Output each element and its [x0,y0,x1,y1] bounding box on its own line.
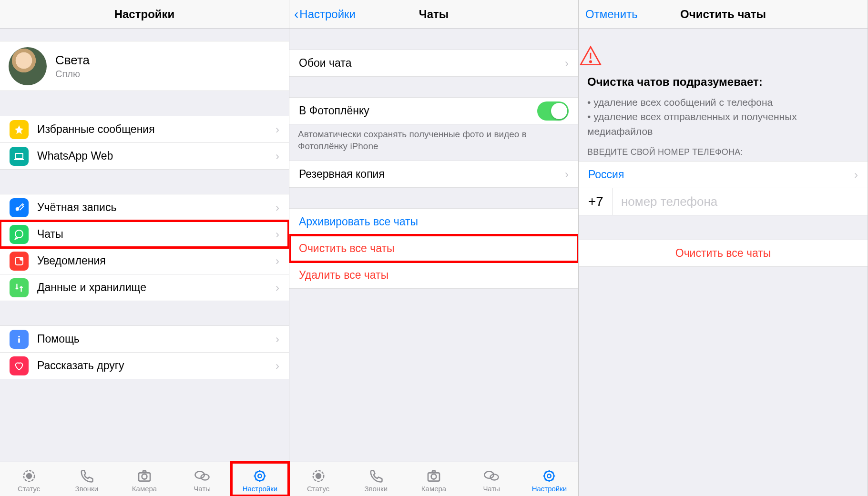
tab-settings[interactable]: Настройки [231,462,289,496]
tab-camera[interactable]: Камера [115,462,173,496]
status-icon [311,468,326,484]
label: Данные и хранилище [37,281,276,294]
label: Чаты [37,228,276,241]
label: Избранные сообщения [37,123,276,136]
country-row[interactable]: Россия › [579,161,868,188]
label: Уведомления [37,254,276,267]
country-label: Россия [588,168,854,181]
account-row[interactable]: Учётная запись › [0,194,289,221]
avatar [9,47,47,85]
svg-rect-7 [18,338,20,343]
label: Удалить все чаты [299,269,569,282]
phone-icon [80,468,94,484]
back-button[interactable]: ‹ Настройки [294,7,356,22]
warning-icon [579,29,868,75]
cancel-button[interactable]: Отменить [585,8,638,21]
chevron-right-icon: › [276,359,279,373]
label: Помощь [37,333,276,345]
tab-camera[interactable]: Камера [405,462,462,496]
svg-point-11 [142,474,147,479]
svg-point-9 [27,474,31,478]
chevron-right-icon: › [276,201,279,214]
tab-chats[interactable]: Чаты [463,462,521,496]
tab-status[interactable]: Статус [289,462,347,496]
archive-all-chats-row[interactable]: Архивировать все чаты [289,208,578,235]
star-icon [10,120,29,139]
data-storage-row[interactable]: Данные и хранилище › [0,274,289,301]
page-title: Чаты [419,8,449,21]
label: Очистить все чаты [675,247,771,260]
starred-messages-row[interactable]: Избранные сообщения › [0,116,289,143]
content: Света Сплю Избранные сообщения › WhatsAp… [0,29,289,496]
whatsapp-web-row[interactable]: WhatsApp Web › [0,142,289,170]
laptop-icon [10,147,29,166]
chevron-right-icon: › [854,168,858,182]
svg-point-5 [20,257,23,260]
header: ‹ Настройки Чаты [289,0,578,29]
chevron-left-icon: ‹ [294,7,298,22]
svg-point-25 [590,61,591,62]
chats-icon [194,468,210,484]
chevron-right-icon: › [276,123,279,136]
header: Отменить Очистить чаты [579,0,868,29]
label: Резервная копия [299,168,565,181]
chat-wallpaper-row[interactable]: Обои чата › [289,50,578,77]
save-camera-roll-row[interactable]: В Фотоплёнку [289,97,578,124]
chevron-right-icon: › [276,281,279,294]
label: В Фотоплёнку [299,104,537,117]
section-header: ВВЕДИТЕ СВОЙ НОМЕР ТЕЛЕФОНА: [579,139,868,161]
settings-screen: Настройки Света Сплю Избранные сообщения… [0,0,289,496]
svg-point-21 [490,474,499,480]
notifications-row[interactable]: Уведомления › [0,247,289,274]
clear-heading: Очистка чатов подразумевает: [579,75,868,95]
gear-icon [542,468,556,484]
note-text: Автоматически сохранять полученные фото … [289,124,578,154]
tab-bar: Статус Звонки Камера Чаты Настройки [289,462,578,496]
clear-all-chats-button[interactable]: Очистить все чаты [579,240,868,267]
switch-on[interactable] [537,101,569,121]
svg-point-19 [431,474,437,479]
chats-settings-screen: ‹ Настройки Чаты Обои чата › В Фотоплёнк… [289,0,579,496]
chat-backup-row[interactable]: Резервная копия › [289,161,578,188]
phone-icon [369,468,383,484]
gear-icon [253,468,267,484]
label: WhatsApp Web [37,150,276,162]
label: Архивировать все чаты [299,215,569,228]
profile-status: Сплю [55,69,90,80]
phone-number-input[interactable] [613,188,858,215]
svg-point-13 [201,474,209,480]
svg-point-15 [258,474,262,478]
header: Настройки [0,0,289,29]
page-title: Очистить чаты [680,8,766,21]
tab-chats[interactable]: Чаты [174,462,231,496]
label: Обои чата [299,57,565,70]
svg-point-17 [316,474,321,478]
tab-calls[interactable]: Звонки [347,462,405,496]
status-icon [22,468,36,484]
clear-chats-screen: Отменить Очистить чаты Очистка чатов под… [579,0,868,496]
tab-settings[interactable]: Настройки [521,462,578,496]
profile-name: Света [55,53,90,68]
notification-icon [10,252,29,271]
chats-row[interactable]: Чаты › [0,221,289,248]
page-title: Настройки [114,8,175,21]
bullet-item: удаление всех сообщений с телефона [587,95,859,110]
info-icon [10,330,29,349]
svg-point-23 [548,474,551,478]
chevron-right-icon: › [565,57,569,70]
label: Рассказать другу [37,359,276,372]
tab-calls[interactable]: Звонки [58,462,115,496]
key-icon [10,198,29,217]
bullet-item: удаление всех отправленных и полученных … [587,110,859,139]
heart-icon [10,356,29,375]
svg-rect-0 [15,153,23,159]
clear-all-chats-row[interactable]: Очистить все чаты [289,235,578,262]
profile-row[interactable]: Света Сплю [0,41,289,91]
help-row[interactable]: Помощь › [0,325,289,353]
chevron-right-icon: › [565,168,569,181]
bullet-list: удаление всех сообщений с телефона удале… [579,95,868,139]
delete-all-chats-row[interactable]: Удалить все чаты [289,262,578,289]
chevron-right-icon: › [276,254,279,268]
tab-status[interactable]: Статус [0,462,58,496]
tell-friend-row[interactable]: Рассказать другу › [0,352,289,379]
